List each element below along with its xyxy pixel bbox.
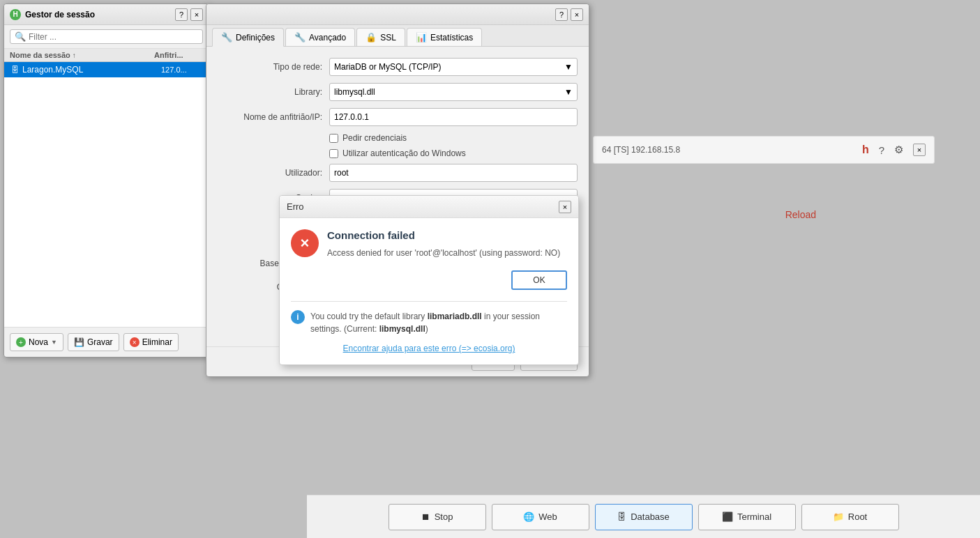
error-body: × Connection failed Access denied for us… bbox=[280, 218, 578, 364]
hostname-input[interactable] bbox=[329, 108, 578, 126]
filter-input[interactable] bbox=[29, 32, 198, 42]
reload-link[interactable]: Reload bbox=[785, 209, 816, 220]
tab-definicoes-icon: 🔧 bbox=[221, 32, 232, 43]
info-icon: i bbox=[291, 310, 305, 324]
connection-tabs: 🔧 Definições 🔧 Avançado 🔒 SSL 📊 Estatíst… bbox=[206, 25, 589, 47]
session-footer: + Nova ▼ 💾 Gravar × Eliminar bbox=[4, 327, 209, 357]
session-manager-close-btn[interactable]: × bbox=[190, 8, 203, 21]
session-name: Laragon.MySQL bbox=[22, 65, 158, 75]
error-help-link[interactable]: Encontrar ajuda para este erro (=> ecosi… bbox=[291, 344, 567, 353]
web-button[interactable]: 🌐 Web bbox=[492, 504, 589, 530]
utilizador-label: Utilizador: bbox=[218, 168, 329, 178]
session-manager-title: H Gestor de sessão bbox=[10, 9, 95, 20]
error-dialog-title: Erro bbox=[287, 201, 304, 212]
windows-auth-label: Utilizar autenticação do Windows bbox=[342, 148, 466, 158]
windows-auth-checkbox[interactable] bbox=[329, 149, 338, 158]
error-ok-button[interactable]: OK bbox=[511, 270, 567, 290]
error-heading: Connection failed bbox=[327, 229, 560, 241]
pedir-credenciais-checkbox[interactable] bbox=[329, 134, 338, 143]
session-list: 🗄 Laragon.MySQL 127.0... bbox=[4, 62, 209, 327]
error-message: Access denied for user 'root'@'localhost… bbox=[327, 247, 560, 259]
tab-estatisticas-icon: 📊 bbox=[416, 32, 427, 43]
library-select[interactable]: libmysql.dll ▼ bbox=[329, 83, 578, 101]
heidisql-title: 64 [TS] 192.168.15.8 bbox=[602, 145, 680, 155]
tipo-de-rede-label: Tipo de rede: bbox=[218, 62, 329, 72]
error-info-row: i You could try the default library libm… bbox=[291, 310, 567, 335]
library-row: Library: libmysql.dll ▼ bbox=[218, 83, 578, 101]
heidisql-header-bar: 64 [TS] 192.168.15.8 h ? ⚙ × bbox=[593, 136, 935, 164]
column-host-header[interactable]: Anfitri... bbox=[154, 51, 203, 59]
database-icon: 🗄 bbox=[617, 512, 626, 522]
stop-icon: ⏹ bbox=[421, 512, 430, 522]
session-list-header: Nome da sessão ↑ Anfitri... bbox=[4, 49, 209, 62]
hostname-row: Nome de anfitrião/IP: bbox=[218, 108, 578, 126]
column-name-header[interactable]: Nome da sessão ↑ bbox=[10, 51, 154, 59]
app-logo-icon: H bbox=[10, 9, 21, 20]
windows-auth-row: Utilizar autenticação do Windows bbox=[329, 148, 578, 158]
tab-avancado-icon: 🔧 bbox=[294, 32, 306, 43]
root-button[interactable]: 📁 Root bbox=[801, 504, 899, 530]
tab-ssl-icon: 🔒 bbox=[365, 32, 377, 43]
question-icon[interactable]: ? bbox=[879, 144, 884, 156]
tab-estatisticas[interactable]: 📊 Estatísticas bbox=[407, 28, 482, 46]
tab-avancado[interactable]: 🔧 Avançado bbox=[285, 28, 355, 46]
session-manager-help-btn[interactable]: ? bbox=[175, 8, 188, 21]
utilizador-input[interactable] bbox=[329, 164, 578, 182]
connection-titlebar: ? × bbox=[206, 4, 589, 25]
error-icon: × bbox=[291, 229, 319, 257]
error-info-text: You could try the default library libmar… bbox=[310, 310, 567, 335]
tipo-de-rede-row: Tipo de rede: MariaDB or MySQL (TCP/IP) … bbox=[218, 58, 578, 76]
session-host: 127.0... bbox=[161, 66, 203, 74]
tab-definicoes[interactable]: 🔧 Definições bbox=[212, 28, 284, 47]
tipo-de-rede-dropdown-icon: ▼ bbox=[564, 62, 573, 72]
library-label: Library: bbox=[218, 87, 329, 97]
nova-dropdown-icon: ▼ bbox=[51, 339, 57, 346]
connection-close-btn[interactable]: × bbox=[571, 8, 583, 21]
error-content: Connection failed Access denied for user… bbox=[327, 229, 560, 259]
nova-button[interactable]: + Nova ▼ bbox=[10, 333, 63, 351]
connection-help-btn[interactable]: ? bbox=[555, 8, 568, 21]
web-icon: 🌐 bbox=[523, 512, 534, 522]
pedir-credenciais-row: Pedir credenciais bbox=[329, 133, 578, 143]
h-icon[interactable]: h bbox=[862, 144, 869, 156]
error-divider bbox=[291, 301, 567, 302]
stop-button[interactable]: ⏹ Stop bbox=[389, 504, 486, 530]
error-titlebar: Erro × bbox=[280, 196, 578, 218]
hostname-label: Nome de anfitrião/IP: bbox=[218, 112, 329, 122]
error-dialog: Erro × × Connection failed Access denied… bbox=[279, 195, 579, 365]
session-manager-titlebar: H Gestor de sessão ? × bbox=[4, 4, 209, 25]
error-dialog-close-btn[interactable]: × bbox=[559, 201, 571, 213]
terminal-button[interactable]: ⬛ Terminal bbox=[698, 504, 796, 530]
library-dropdown-icon: ▼ bbox=[564, 87, 573, 97]
database-button[interactable]: 🗄 Database bbox=[595, 504, 693, 530]
session-manager-title-text: Gestor de sessão bbox=[25, 10, 95, 20]
filter-input-wrap: 🔍 bbox=[10, 29, 203, 44]
gear-icon[interactable]: ⚙ bbox=[894, 144, 903, 156]
laragon-bottom-bar: ⏹ Stop 🌐 Web 🗄 Database ⬛ Terminal 📁 Roo… bbox=[307, 495, 980, 538]
session-manager-dialog: H Gestor de sessão ? × 🔍 Nome da sessão … bbox=[3, 3, 209, 358]
database-icon: 🗄 bbox=[10, 65, 20, 75]
tipo-de-rede-select[interactable]: MariaDB or MySQL (TCP/IP) ▼ bbox=[329, 58, 578, 76]
heidisql-close-btn[interactable]: × bbox=[913, 144, 926, 156]
utilizador-row: Utilizador: bbox=[218, 164, 578, 182]
session-filter-area: 🔍 bbox=[4, 25, 209, 49]
heidisql-header-actions: h ? ⚙ × bbox=[862, 144, 926, 156]
nova-plus-icon: + bbox=[16, 337, 26, 347]
list-item[interactable]: 🗄 Laragon.MySQL 127.0... bbox=[4, 62, 209, 77]
pedir-credenciais-label: Pedir credenciais bbox=[342, 133, 407, 143]
gravar-icon: 💾 bbox=[74, 337, 84, 347]
eliminar-icon: × bbox=[130, 337, 140, 347]
terminal-icon: ⬛ bbox=[722, 512, 733, 522]
error-ok-row: OK bbox=[291, 270, 567, 290]
tab-ssl[interactable]: 🔒 SSL bbox=[356, 28, 405, 46]
search-icon: 🔍 bbox=[15, 31, 26, 42]
eliminar-button[interactable]: × Eliminar bbox=[123, 333, 179, 351]
root-icon: 📁 bbox=[833, 512, 844, 522]
gravar-button[interactable]: 💾 Gravar bbox=[68, 333, 119, 351]
error-main-row: × Connection failed Access denied for us… bbox=[291, 229, 567, 259]
